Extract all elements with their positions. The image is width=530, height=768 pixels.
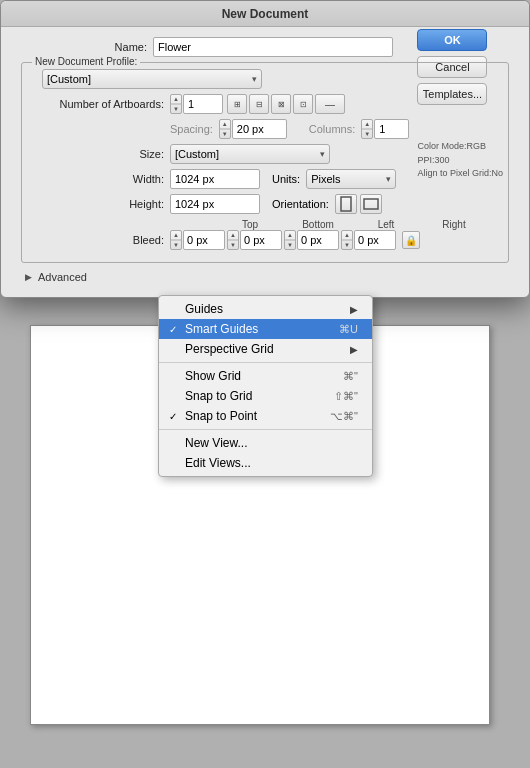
menu-item-guides[interactable]: Guides ▶	[159, 299, 372, 319]
bleed-row: Bleed: ▲ ▼ ▲ ▼	[30, 230, 500, 250]
svg-rect-1	[364, 199, 378, 209]
spacing-row: Spacing: ▲ ▼ Columns: ▲ ▼	[170, 119, 500, 139]
height-row: Height: Orientation:	[30, 194, 500, 214]
size-select[interactable]: [Custom]	[170, 144, 330, 164]
new-document-dialog: New Document OK Cancel Templates... Colo…	[0, 0, 530, 298]
artboard-layout-icons: ⊞ ⊟ ⊠ ⊡ —	[227, 94, 345, 114]
portrait-button[interactable]	[335, 194, 357, 214]
profile-box-label: New Document Profile:	[32, 56, 140, 67]
context-menu: Guides ▶ ✓ Smart Guides ⌘U Perspective G…	[158, 295, 373, 477]
advanced-toggle[interactable]: ▶	[21, 270, 35, 284]
spacing-stepper[interactable]: ▲ ▼	[219, 119, 231, 139]
smart-guides-label: Smart Guides	[185, 322, 331, 336]
bleed-right-group: ▲ ▼	[341, 230, 396, 250]
bleed-bottom-group: ▲ ▼	[227, 230, 282, 250]
bleed-bottom-input[interactable]	[240, 230, 282, 250]
show-grid-shortcut: ⌘"	[343, 370, 358, 383]
dialog-title: New Document	[1, 1, 529, 27]
artboards-input[interactable]	[183, 94, 223, 114]
stepper-down[interactable]: ▼	[171, 104, 181, 113]
bleed-left-header: Left	[352, 219, 420, 230]
bleed-left-group: ▲ ▼	[284, 230, 339, 250]
smart-guides-check: ✓	[169, 324, 183, 335]
units-select[interactable]: Pixels	[306, 169, 396, 189]
edit-views-label: Edit Views...	[185, 456, 358, 470]
guides-arrow: ▶	[350, 304, 358, 315]
bleed-headers: Top Bottom Left Right	[170, 219, 488, 230]
ok-button[interactable]: OK	[417, 29, 487, 51]
bleed-label: Bleed:	[30, 234, 170, 246]
height-label: Height:	[30, 198, 170, 210]
columns-field: ▲ ▼	[361, 119, 409, 139]
advanced-label: Advanced	[38, 271, 87, 283]
orientation-group	[335, 194, 382, 214]
menu-item-show-grid[interactable]: Show Grid ⌘"	[159, 366, 372, 386]
profile-row: [Custom]	[42, 69, 500, 89]
menu-separator-1	[159, 362, 372, 363]
columns-label: Columns:	[309, 123, 355, 135]
guides-label: Guides	[185, 302, 350, 316]
size-label: Size:	[30, 148, 170, 160]
snap-point-check: ✓	[169, 411, 183, 422]
bleed-right-header: Right	[420, 219, 488, 230]
height-input[interactable]	[170, 194, 260, 214]
dash-icon[interactable]: —	[315, 94, 345, 114]
bleed-left-input[interactable]	[297, 230, 339, 250]
perspective-label: Perspective Grid	[185, 342, 350, 356]
name-input[interactable]	[153, 37, 393, 57]
menu-item-new-view[interactable]: New View...	[159, 433, 372, 453]
menu-item-snap-to-grid[interactable]: Snap to Grid ⇧⌘"	[159, 386, 372, 406]
bleed-right-stepper[interactable]: ▲ ▼	[341, 230, 353, 250]
snap-point-shortcut: ⌥⌘"	[330, 410, 358, 423]
dialog-body: Name: New Document Profile: [Custom] Num…	[1, 27, 529, 297]
artboards-field: ▲ ▼	[170, 94, 223, 114]
bleed-top-stepper[interactable]: ▲ ▼	[170, 230, 182, 250]
artboards-stepper[interactable]: ▲ ▼	[170, 94, 182, 114]
bleed-left-stepper[interactable]: ▲ ▼	[284, 230, 296, 250]
snap-grid-label: Snap to Grid	[185, 389, 326, 403]
spacing-label: Spacing:	[170, 123, 213, 135]
width-row: Width: Units: Pixels	[30, 169, 500, 189]
orientation-label: Orientation:	[272, 198, 329, 210]
show-grid-label: Show Grid	[185, 369, 335, 383]
bleed-top-group: ▲ ▼	[170, 230, 225, 250]
perspective-arrow: ▶	[350, 344, 358, 355]
bleed-bottom-header: Bottom	[284, 219, 352, 230]
bleed-bottom-stepper[interactable]: ▲ ▼	[227, 230, 239, 250]
menu-item-snap-to-point[interactable]: ✓ Snap to Point ⌥⌘"	[159, 406, 372, 426]
bleed-right-input[interactable]	[354, 230, 396, 250]
arrange-left-icon[interactable]: ⊡	[293, 94, 313, 114]
artboards-row: Number of Artboards: ▲ ▼ ⊞ ⊟ ⊠ ⊡ —	[30, 94, 500, 114]
profile-box: New Document Profile: [Custom] Number of…	[21, 62, 509, 263]
smart-guides-shortcut: ⌘U	[339, 323, 358, 336]
arrange-right-icon[interactable]: ⊠	[271, 94, 291, 114]
units-label: Units:	[272, 173, 300, 185]
artboards-label: Number of Artboards:	[30, 98, 170, 110]
spacing-input[interactable]	[232, 119, 287, 139]
bleed-lock-button[interactable]: 🔒	[402, 231, 420, 249]
width-input[interactable]	[170, 169, 260, 189]
width-label: Width:	[30, 173, 170, 185]
menu-item-edit-views[interactable]: Edit Views...	[159, 453, 372, 473]
bleed-top-header: Top	[216, 219, 284, 230]
advanced-row[interactable]: ▶ Advanced	[13, 267, 517, 287]
snap-point-label: Snap to Point	[185, 409, 322, 423]
new-view-label: New View...	[185, 436, 358, 450]
menu-separator-2	[159, 429, 372, 430]
bleed-top-input[interactable]	[183, 230, 225, 250]
stepper-up[interactable]: ▲	[171, 95, 181, 104]
menu-item-perspective-grid[interactable]: Perspective Grid ▶	[159, 339, 372, 359]
profile-select[interactable]: [Custom]	[42, 69, 262, 89]
columns-input[interactable]	[374, 119, 409, 139]
menu-item-smart-guides[interactable]: ✓ Smart Guides ⌘U	[159, 319, 372, 339]
grid-by-row-icon[interactable]: ⊞	[227, 94, 247, 114]
landscape-button[interactable]	[360, 194, 382, 214]
svg-rect-0	[341, 197, 351, 211]
grid-by-col-icon[interactable]: ⊟	[249, 94, 269, 114]
bleed-fields: ▲ ▼ ▲ ▼ ▲	[170, 230, 420, 250]
columns-stepper[interactable]: ▲ ▼	[361, 119, 373, 139]
spacing-field: ▲ ▼	[219, 119, 287, 139]
name-label: Name:	[13, 41, 153, 53]
size-row: Size: [Custom]	[30, 144, 500, 164]
snap-grid-shortcut: ⇧⌘"	[334, 390, 358, 403]
